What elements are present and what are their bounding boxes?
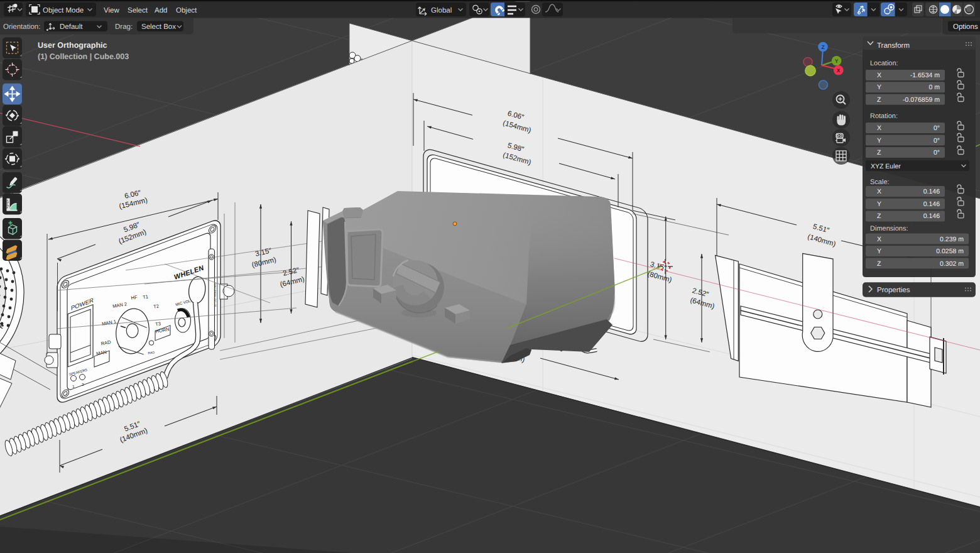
svg-text:Global: Global (431, 7, 452, 14)
svg-text:Object: Object (176, 7, 197, 14)
svg-text:0.239 m: 0.239 m (940, 236, 964, 243)
svg-text:Options: Options (953, 23, 978, 31)
svg-text:Default: Default (60, 23, 83, 31)
svg-text:Object Mode: Object Mode (43, 7, 84, 14)
svg-text:Z: Z (877, 149, 881, 156)
svg-text:0.0258 m: 0.0258 m (936, 248, 964, 255)
svg-text:0 m: 0 m (928, 84, 940, 91)
svg-text:Y: Y (877, 248, 881, 255)
svg-text:X: X (877, 124, 881, 132)
svg-text:Y: Y (877, 84, 881, 91)
svg-text:0°: 0° (934, 137, 940, 145)
svg-text:T1: T1 (142, 293, 148, 300)
svg-text:X: X (877, 72, 881, 79)
svg-text:Y: Y (835, 58, 839, 64)
svg-text:0.146: 0.146 (923, 212, 940, 220)
svg-text:Select Box: Select Box (141, 23, 176, 31)
svg-text:0.302 m: 0.302 m (940, 260, 964, 268)
svg-text:Z: Z (877, 96, 881, 104)
svg-text:0.146: 0.146 (923, 188, 940, 195)
svg-text:0°: 0° (934, 124, 940, 132)
svg-text:Dimensions:: Dimensions: (870, 225, 908, 233)
svg-text:X: X (837, 67, 841, 74)
svg-text:Drag:: Drag: (115, 23, 133, 31)
svg-text:Z: Z (877, 212, 881, 220)
svg-text:Properties: Properties (877, 287, 910, 294)
svg-text:T3: T3 (155, 320, 161, 327)
svg-text:0°: 0° (934, 149, 940, 156)
svg-text:Add: Add (155, 7, 167, 14)
svg-text:Orientation:: Orientation: (3, 23, 40, 31)
svg-text:Y: Y (877, 200, 881, 208)
svg-text:-0.076859 m: -0.076859 m (903, 96, 940, 104)
svg-text:(1) Collection | Cube.003: (1) Collection | Cube.003 (38, 52, 129, 61)
svg-text:Y: Y (877, 137, 881, 145)
svg-text:Select: Select (128, 7, 148, 14)
svg-text:Location:: Location: (870, 60, 898, 67)
svg-text:View: View (104, 7, 119, 14)
svg-text:X: X (877, 236, 881, 243)
svg-text:SM-0JNBA 12/1.00: SM-0JNBA 12/1.00 (214, 283, 217, 307)
svg-text:T2: T2 (153, 303, 159, 309)
svg-text:X: X (877, 188, 881, 195)
svg-text:Rotation:: Rotation: (870, 112, 898, 120)
svg-text:Z: Z (821, 44, 824, 50)
svg-text:XYZ Euler: XYZ Euler (871, 163, 901, 170)
svg-text:User Orthographic: User Orthographic (38, 41, 107, 50)
svg-text:Scale:: Scale: (870, 178, 890, 186)
svg-text:Z: Z (877, 260, 881, 268)
svg-text:0.146: 0.146 (923, 200, 940, 208)
svg-text:HF: HF (131, 294, 138, 301)
svg-text:-1.6534 m: -1.6534 m (910, 72, 940, 79)
svg-text:Transform: Transform (877, 42, 910, 50)
